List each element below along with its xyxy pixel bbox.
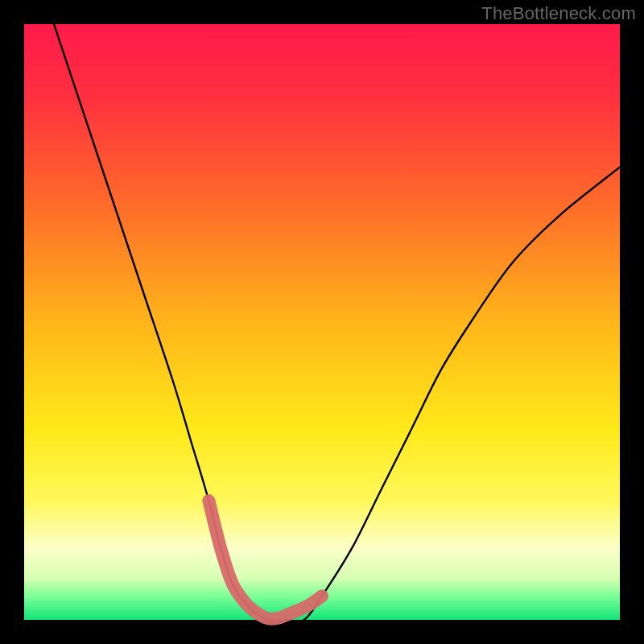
bottleneck-chart xyxy=(0,0,644,644)
gradient-background xyxy=(24,24,620,620)
chart-frame: TheBottleneck.com xyxy=(0,0,644,644)
